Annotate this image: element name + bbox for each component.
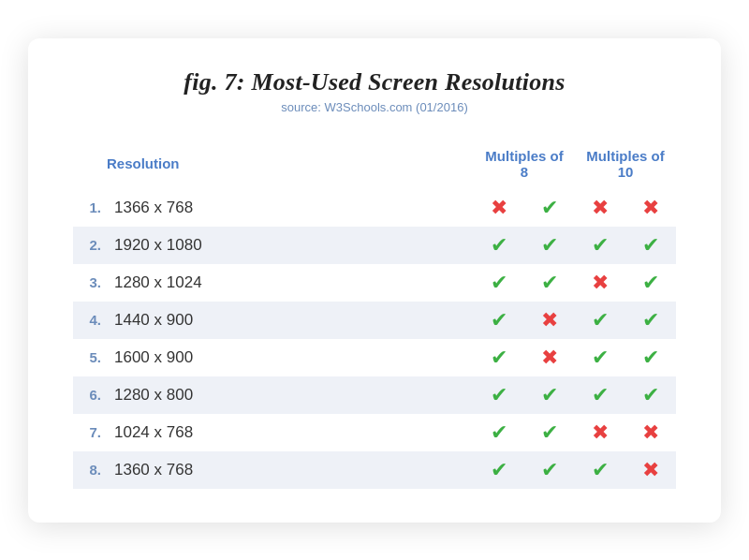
check-icon: ✔ bbox=[592, 383, 609, 406]
check-icon: ✔ bbox=[541, 196, 558, 219]
row-number: 8. bbox=[73, 451, 107, 489]
check-icon: ✔ bbox=[592, 458, 609, 481]
check-icon: ✔ bbox=[541, 383, 558, 406]
multiples8-height: ✖ bbox=[524, 302, 575, 339]
check-icon: ✔ bbox=[491, 346, 507, 369]
multiples8-height: ✔ bbox=[524, 414, 575, 451]
check-icon: ✔ bbox=[592, 308, 609, 332]
table-row: 4.1440 x 900✔✖✔✔ bbox=[73, 302, 676, 339]
table-row: 1.1366 x 768✖✔✖✖ bbox=[73, 189, 676, 227]
multiples10-width: ✔ bbox=[575, 376, 625, 414]
card: fig. 7: Most-Used Screen Resolutions sou… bbox=[28, 38, 721, 523]
multiples10-height: ✖ bbox=[625, 189, 676, 227]
multiples8-width: ✔ bbox=[474, 451, 524, 489]
table-row: 3.1280 x 1024✔✔✖✔ bbox=[73, 264, 676, 302]
cross-icon: ✖ bbox=[642, 196, 659, 219]
multiples8-width: ✔ bbox=[474, 376, 524, 414]
row-resolution: 1440 x 900 bbox=[107, 302, 474, 339]
multiples8-height: ✔ bbox=[524, 264, 575, 302]
multiples8-width: ✔ bbox=[474, 302, 524, 339]
row-number: 5. bbox=[73, 339, 107, 376]
table-row: 5.1600 x 900✔✖✔✔ bbox=[73, 339, 676, 376]
header-resolution: Resolution bbox=[73, 140, 474, 189]
multiples8-height: ✔ bbox=[524, 376, 575, 414]
cross-icon: ✖ bbox=[642, 420, 659, 444]
check-icon: ✔ bbox=[491, 271, 507, 294]
multiples8-width: ✔ bbox=[474, 264, 524, 302]
multiples10-width: ✖ bbox=[575, 414, 625, 451]
check-icon: ✔ bbox=[491, 233, 507, 257]
table-row: 2.1920 x 1080✔✔✔✔ bbox=[73, 227, 676, 264]
multiples8-height: ✖ bbox=[524, 339, 575, 376]
multiples10-width: ✔ bbox=[575, 451, 625, 489]
row-resolution: 1600 x 900 bbox=[107, 339, 474, 376]
check-icon: ✔ bbox=[541, 271, 558, 294]
multiples10-width: ✔ bbox=[575, 339, 625, 376]
multiples10-height: ✔ bbox=[625, 302, 676, 339]
multiples8-height: ✔ bbox=[524, 451, 575, 489]
check-icon: ✔ bbox=[491, 420, 507, 444]
fig-source: source: W3Schools.com (01/2016) bbox=[73, 100, 676, 114]
check-icon: ✔ bbox=[592, 346, 609, 369]
table-row: 6.1280 x 800✔✔✔✔ bbox=[73, 376, 676, 414]
check-icon: ✔ bbox=[642, 233, 659, 257]
multiples10-width: ✖ bbox=[575, 189, 625, 227]
row-number: 2. bbox=[73, 227, 107, 264]
check-icon: ✔ bbox=[642, 383, 659, 406]
row-resolution: 1366 x 768 bbox=[107, 189, 474, 227]
multiples10-height: ✖ bbox=[625, 451, 676, 489]
check-icon: ✔ bbox=[642, 271, 659, 294]
row-number: 4. bbox=[73, 302, 107, 339]
row-resolution: 1280 x 1024 bbox=[107, 264, 474, 302]
cross-icon: ✖ bbox=[642, 458, 659, 481]
multiples10-height: ✖ bbox=[625, 414, 676, 451]
multiples8-height: ✔ bbox=[524, 189, 575, 227]
row-resolution: 1280 x 800 bbox=[107, 376, 474, 414]
multiples10-width: ✔ bbox=[575, 302, 625, 339]
cross-icon: ✖ bbox=[592, 271, 609, 294]
cross-icon: ✖ bbox=[592, 196, 609, 219]
resolution-table: Resolution Multiples of 8 Multiples of 1… bbox=[73, 140, 676, 489]
row-resolution: 1360 x 768 bbox=[107, 451, 474, 489]
multiples10-width: ✖ bbox=[575, 264, 625, 302]
header-multiples8: Multiples of 8 bbox=[474, 140, 575, 189]
multiples10-height: ✔ bbox=[625, 227, 676, 264]
row-number: 1. bbox=[73, 189, 107, 227]
table-row: 7.1024 x 768✔✔✖✖ bbox=[73, 414, 676, 451]
check-icon: ✔ bbox=[642, 308, 659, 332]
cross-icon: ✖ bbox=[491, 196, 507, 219]
check-icon: ✔ bbox=[642, 346, 659, 369]
row-number: 7. bbox=[73, 414, 107, 451]
header-multiples10: Multiples of 10 bbox=[575, 140, 676, 189]
cross-icon: ✖ bbox=[541, 308, 558, 332]
row-resolution: 1920 x 1080 bbox=[107, 227, 474, 264]
check-icon: ✔ bbox=[541, 458, 558, 481]
table-row: 8.1360 x 768✔✔✔✖ bbox=[73, 451, 676, 489]
multiples10-height: ✔ bbox=[625, 376, 676, 414]
row-number: 3. bbox=[73, 264, 107, 302]
check-icon: ✔ bbox=[541, 420, 558, 444]
multiples10-height: ✔ bbox=[625, 339, 676, 376]
multiples10-width: ✔ bbox=[575, 227, 625, 264]
row-resolution: 1024 x 768 bbox=[107, 414, 474, 451]
check-icon: ✔ bbox=[491, 383, 507, 406]
multiples8-width: ✔ bbox=[474, 227, 524, 264]
fig-title: fig. 7: Most-Used Screen Resolutions bbox=[73, 68, 676, 96]
multiples8-width: ✖ bbox=[474, 189, 524, 227]
check-icon: ✔ bbox=[592, 233, 609, 257]
check-icon: ✔ bbox=[491, 458, 507, 481]
multiples8-height: ✔ bbox=[524, 227, 575, 264]
multiples10-height: ✔ bbox=[625, 264, 676, 302]
check-icon: ✔ bbox=[491, 308, 507, 332]
cross-icon: ✖ bbox=[541, 346, 558, 369]
multiples8-width: ✔ bbox=[474, 339, 524, 376]
cross-icon: ✖ bbox=[592, 420, 609, 444]
multiples8-width: ✔ bbox=[474, 414, 524, 451]
row-number: 6. bbox=[73, 376, 107, 414]
check-icon: ✔ bbox=[541, 233, 558, 257]
